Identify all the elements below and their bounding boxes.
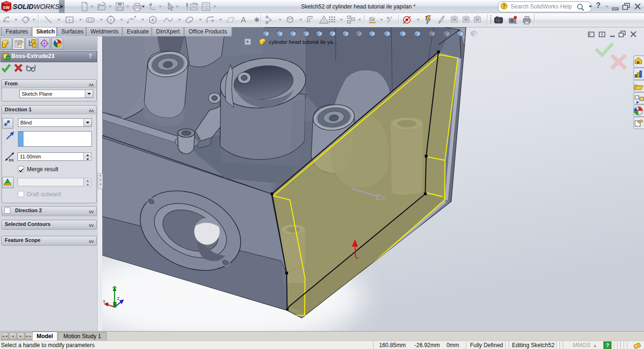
svg-text:D1: D1: [9, 158, 14, 162]
svg-text:✱: ✱: [254, 16, 260, 24]
svg-text:Z: Z: [117, 296, 120, 301]
svg-text:+: +: [246, 39, 249, 44]
svg-text:X: X: [103, 299, 106, 304]
svg-text:A: A: [241, 16, 246, 24]
svg-text:SW: SW: [3, 5, 10, 10]
svg-text:cylinder head tutorial ile ya.: cylinder head tutorial ile ya...: [269, 39, 338, 45]
svg-text:6k: 6k: [369, 16, 376, 23]
svg-text:?: ?: [503, 4, 505, 9]
